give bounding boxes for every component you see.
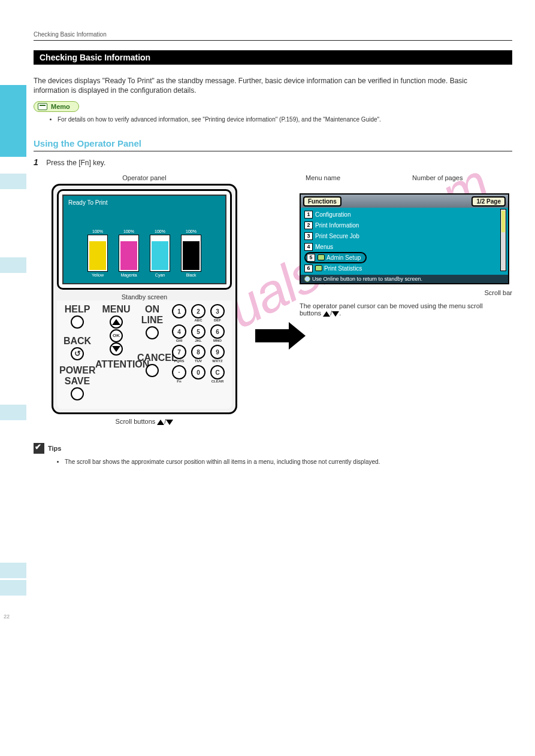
divider	[34, 151, 512, 151]
down-icon	[166, 420, 173, 425]
annot-pages: Number of pages	[412, 174, 463, 181]
powersave-label: POWER SAVE	[59, 365, 95, 387]
help-button[interactable]	[71, 315, 84, 329]
running-header: Checking Basic Information	[34, 31, 512, 38]
key-2[interactable]: 2	[191, 304, 205, 318]
menu-item[interactable]: 6Print Statistics	[304, 263, 508, 274]
right-arrow-icon	[255, 329, 291, 342]
tips-item: The scroll bar shows the approximate cur…	[65, 459, 512, 465]
ok-button[interactable]: OK	[110, 329, 123, 342]
key-4[interactable]: 4	[172, 324, 186, 339]
scroll-caption: Scroll buttons /	[34, 418, 255, 425]
toner-bar: 100% Magenta	[119, 229, 139, 277]
key-clear[interactable]: C	[210, 365, 225, 379]
menu-item[interactable]: 1Configuration	[304, 209, 508, 220]
scrollbar-annot: Scroll bar	[300, 289, 512, 296]
nav-up-button[interactable]	[110, 315, 123, 329]
fn-page-chip: 1/2 Page	[471, 196, 506, 207]
online-icon	[304, 276, 310, 282]
fn-scrollbar[interactable]	[500, 209, 506, 271]
screen-status: Ready To Print	[68, 199, 107, 206]
key-6[interactable]: 6	[210, 324, 225, 339]
cancel-label: CANCEL	[137, 353, 167, 363]
back-label: BACK	[59, 336, 95, 347]
step-text: Press the [Fn] key.	[46, 159, 105, 167]
memo-badge: Memo	[34, 101, 79, 112]
key-fn[interactable]: ·	[172, 365, 186, 379]
down-icon	[332, 311, 339, 317]
lock-icon	[315, 265, 322, 271]
fn-title-chip: Functions	[303, 196, 341, 207]
menu-item-selected[interactable]: 5Admin Setup	[304, 252, 508, 263]
spine-tab	[0, 580, 26, 596]
powersave-button[interactable]	[71, 387, 84, 400]
step-1: 1 Press the [Fn] key.	[34, 157, 512, 167]
key-3[interactable]: 3	[210, 304, 225, 318]
functions-screen: Functions 1/2 Page 1Configuration 2Print…	[300, 193, 509, 284]
memo-icon	[38, 103, 47, 110]
section-title: Checking Basic Information	[34, 50, 512, 65]
toner-bar: 100% Black	[181, 229, 201, 277]
screen-bezel: Ready To Print 100% Yellow 100% Magenta	[57, 189, 232, 290]
page-number: 22	[4, 614, 10, 620]
menu-item[interactable]: 4Menus	[304, 241, 508, 252]
menu-item[interactable]: 3Print Secure Job	[304, 230, 508, 241]
help-label: HELP	[59, 304, 95, 315]
subsection-title: Using the Operator Panel	[34, 138, 512, 148]
attention-label: ATTENTION	[95, 359, 137, 370]
up-icon	[157, 420, 164, 425]
fn-caption: The operator panel cursor can be moved u…	[300, 302, 503, 317]
intro-paragraph: The devices displays "Ready To Print" as…	[34, 77, 489, 95]
fn-body: 1Configuration 2Print Information 3Print…	[301, 208, 508, 275]
step-number: 1	[34, 157, 38, 167]
panel-caption: Operator panel	[34, 174, 255, 181]
tips-badge: Tips	[34, 443, 61, 454]
lock-icon	[318, 254, 325, 260]
online-button[interactable]	[146, 326, 159, 339]
toner-bars: 100% Yellow 100% Magenta 100%	[74, 229, 214, 277]
key-1[interactable]: 1	[172, 304, 186, 318]
toner-bar: 100% Cyan	[150, 229, 170, 277]
spine-tab	[0, 405, 26, 420]
spine-tab	[0, 257, 26, 273]
memo-list: For details on how to verify advanced in…	[34, 116, 512, 123]
lcd-screen: Ready To Print 100% Yellow 100% Magenta	[62, 195, 226, 284]
left-spine: 22	[0, 0, 26, 756]
back-button[interactable]: ↺	[71, 347, 84, 360]
annotation-labels: Menu name Number of pages	[306, 174, 512, 181]
toner-bar: 100% Yellow	[87, 229, 108, 277]
tips-list: The scroll bar shows the approximate cur…	[41, 459, 512, 465]
online-label: ON LINE	[137, 304, 167, 326]
key-7[interactable]: 7	[172, 345, 186, 359]
memo-label: Memo	[51, 103, 70, 110]
key-0[interactable]: 0	[191, 365, 205, 379]
numeric-keypad: 1 2ABC 3DEF 4GHI 5JKL 6MNO 7PQRS 8TUV 9W…	[167, 304, 225, 383]
spine-tab	[0, 563, 26, 578]
keypad: HELP BACK ↺ POWER SAVE MENU OK	[57, 300, 232, 409]
annot-menu: Menu name	[306, 174, 340, 181]
tips-label: Tips	[48, 445, 61, 452]
menu-item[interactable]: 2Print Information	[304, 220, 508, 230]
operator-panel-illustration: Ready To Print 100% Yellow 100% Magenta	[52, 184, 237, 414]
up-icon	[323, 311, 330, 317]
nav-down-button[interactable]	[110, 342, 123, 356]
memo-item: For details on how to verify advanced in…	[58, 116, 512, 123]
cancel-button[interactable]	[146, 364, 159, 377]
fn-titlebar: Functions 1/2 Page	[301, 195, 508, 208]
menu-label: MENU	[95, 304, 137, 315]
fn-footer: Use Online button to return to standby s…	[301, 275, 508, 283]
check-icon	[34, 443, 44, 454]
key-5[interactable]: 5	[191, 324, 205, 339]
spine-highlight	[0, 85, 26, 157]
spine-tab	[0, 174, 26, 189]
standby-caption: Standby screen	[57, 293, 232, 300]
key-8[interactable]: 8	[191, 345, 205, 359]
divider	[34, 40, 512, 41]
fn-scrollbar-thumb[interactable]	[501, 211, 505, 232]
key-9[interactable]: 9	[210, 345, 225, 359]
